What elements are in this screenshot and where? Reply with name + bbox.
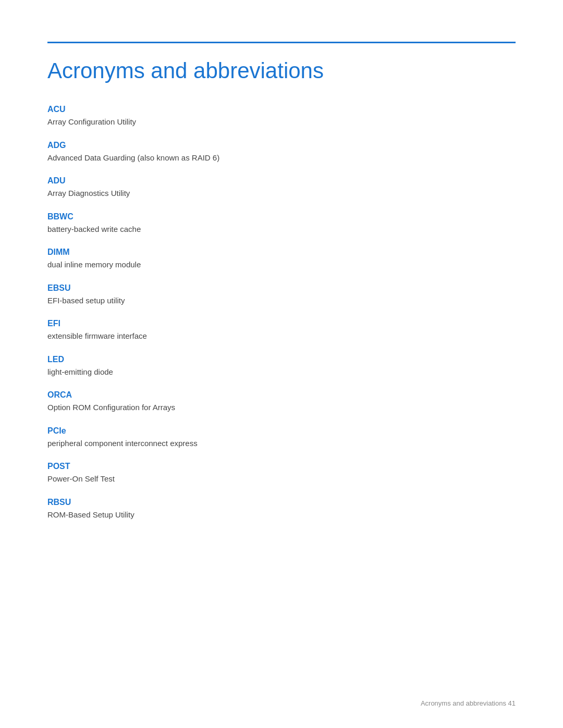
acronym-item: ORCAOption ROM Configuration for Arrays [47,390,516,414]
acronym-item: RBSUROM-Based Setup Utility [47,498,516,521]
acronym-term: ACU [47,105,516,114]
footer: Acronyms and abbreviations 41 [421,699,516,707]
acronym-term: LED [47,355,516,364]
acronym-item: PCIeperipheral component interconnect ex… [47,426,516,450]
acronym-definition: Power-On Self Test [47,473,516,485]
acronym-term: ORCA [47,390,516,400]
acronyms-list: ACUArray Configuration UtilityADGAdvance… [47,105,516,521]
page-title: Acronyms and abbreviations [47,58,516,84]
acronym-term: POST [47,462,516,471]
acronym-definition: Advanced Data Guarding (also known as RA… [47,152,516,164]
footer-text: Acronyms and abbreviations [421,699,506,707]
top-rule [47,42,516,43]
acronym-term: PCIe [47,426,516,436]
acronym-definition: Array Diagnostics Utility [47,188,516,200]
acronym-item: ACUArray Configuration Utility [47,105,516,128]
acronym-item: DIMMdual inline memory module [47,248,516,271]
acronym-definition: EFI-based setup utility [47,295,516,307]
acronym-definition: peripheral component interconnect expres… [47,438,516,450]
acronym-item: BBWCbattery-backed write cache [47,212,516,236]
acronym-term: ADU [47,176,516,186]
acronym-item: ADGAdvanced Data Guarding (also known as… [47,141,516,164]
acronym-definition: ROM-Based Setup Utility [47,509,516,521]
acronym-definition: dual inline memory module [47,259,516,271]
acronym-definition: extensible firmware interface [47,330,516,342]
acronym-term: EFI [47,319,516,328]
acronym-definition: Array Configuration Utility [47,116,516,128]
acronym-term: ADG [47,141,516,150]
acronym-item: EBSUEFI-based setup utility [47,283,516,307]
page-container: Acronyms and abbreviations ACUArray Conf… [0,0,563,575]
acronym-item: POSTPower-On Self Test [47,462,516,485]
footer-page-number: 41 [508,699,516,707]
acronym-item: EFIextensible firmware interface [47,319,516,342]
acronym-item: LEDlight-emitting diode [47,355,516,378]
acronym-definition: battery-backed write cache [47,224,516,236]
acronym-term: EBSU [47,283,516,293]
acronym-item: ADUArray Diagnostics Utility [47,176,516,200]
acronym-term: BBWC [47,212,516,221]
acronym-definition: light-emitting diode [47,366,516,378]
acronym-term: DIMM [47,248,516,257]
acronym-term: RBSU [47,498,516,507]
acronym-definition: Option ROM Configuration for Arrays [47,402,516,414]
